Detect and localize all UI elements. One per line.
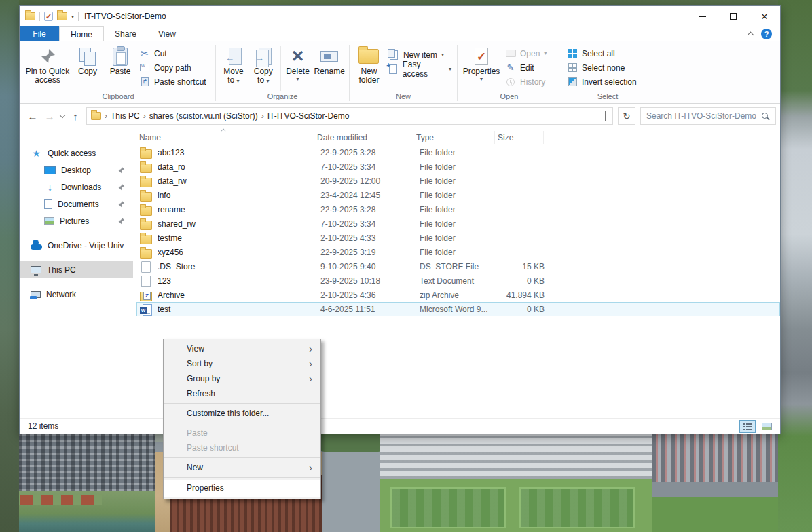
history-button[interactable]: History xyxy=(502,75,549,89)
file-row[interactable]: test 4-6-2025 11:51 Microsoft Word 9... … xyxy=(136,302,780,316)
new-folder-button[interactable]: New folder xyxy=(352,45,386,86)
file-row[interactable]: abc123 22-9-2025 3:28 File folder xyxy=(136,145,780,159)
window-title: IT-ITVO-SciStor-Demo xyxy=(84,12,166,21)
file-row[interactable]: info 23-4-2024 12:45 File folder xyxy=(136,188,780,202)
tab-file[interactable]: File xyxy=(20,26,59,41)
recent-locations-icon[interactable] xyxy=(60,112,65,117)
column-header-type[interactable]: Type xyxy=(413,131,495,144)
context-menu-item[interactable]: View › xyxy=(164,341,320,356)
search-icon[interactable] xyxy=(761,112,770,121)
copy-button[interactable]: Copy xyxy=(71,45,104,76)
invert-selection-button[interactable]: Invert selection xyxy=(564,75,640,89)
sidebar: Quick access Desktop Downloads xyxy=(20,128,133,418)
open-small-buttons: Open ▾ ✎ Edit History xyxy=(502,45,549,89)
pin-icon xyxy=(117,217,125,225)
file-row[interactable]: data_ro 7-10-2025 3:34 File folder xyxy=(136,159,780,174)
context-menu-item[interactable]: › xyxy=(164,457,320,458)
cut-button[interactable]: ✂ Cut xyxy=(136,46,209,60)
breadcrumb-separator-icon: › xyxy=(105,111,107,121)
address-box[interactable]: › This PC › shares (scistor.vu.nl (SciSt… xyxy=(86,107,613,125)
ribbon-tabs: File Home Share View ? xyxy=(20,26,780,41)
collapse-ribbon-icon[interactable] xyxy=(748,32,754,39)
file-icon xyxy=(140,147,152,158)
properties-button[interactable]: Properties ▾ xyxy=(460,45,502,82)
thumbnails-view-button[interactable] xyxy=(758,420,775,433)
forward-button[interactable]: → xyxy=(43,111,56,122)
column-header-name[interactable]: Name xyxy=(136,131,314,144)
file-row[interactable]: data_rw 20-9-2025 12:00 File folder xyxy=(136,174,780,188)
file-row[interactable]: rename 22-9-2025 3:28 File folder xyxy=(136,202,780,216)
column-header-date-modified[interactable]: Date modified xyxy=(314,131,413,144)
file-row[interactable]: Archive 2-10-2025 4:36 zip Archive 41.89… xyxy=(136,288,780,302)
file-row[interactable]: shared_rw 7-10-2025 3:34 File folder xyxy=(136,216,780,231)
separator xyxy=(280,46,281,91)
context-menu-item[interactable]: Paste shortcut › xyxy=(164,440,320,455)
sidebar-item[interactable]: OneDrive - Vrije Univ xyxy=(20,237,133,254)
context-menu-item[interactable]: Sort by › xyxy=(164,356,320,371)
sidebar-item[interactable]: Downloads xyxy=(20,178,133,195)
column-header-size[interactable]: Size xyxy=(495,131,544,144)
context-menu-item[interactable]: Properties › xyxy=(164,480,320,497)
sidebar-item[interactable]: Pictures xyxy=(20,212,133,229)
dropdown-caret-icon: ▾ xyxy=(449,66,451,72)
breadcrumb-segment[interactable]: › This PC xyxy=(105,111,140,121)
rename-button[interactable]: Rename xyxy=(312,45,346,76)
pin-icon xyxy=(39,45,56,67)
dropdown-caret-icon: ▾ xyxy=(266,78,269,84)
context-menu-item[interactable]: Group by › xyxy=(164,371,320,386)
file-row[interactable]: .DS_Store 9-10-2025 9:40 DS_STORE File 1… xyxy=(136,259,780,273)
tab-view[interactable]: View xyxy=(147,26,187,41)
context-menu-item[interactable]: New › xyxy=(164,460,320,475)
address-dropdown-button[interactable] xyxy=(601,111,610,121)
file-row[interactable]: xyz456 22-9-2025 3:19 File folder xyxy=(136,245,780,259)
paste-shortcut-button[interactable]: Paste shortcut xyxy=(136,75,209,89)
easy-access-button[interactable]: Easy access ▾ xyxy=(386,62,454,76)
sidebar-item[interactable]: This PC xyxy=(20,261,133,278)
maximize-button[interactable] xyxy=(718,6,749,26)
up-button[interactable]: ↑ xyxy=(69,111,81,122)
tab-share[interactable]: Share xyxy=(104,26,147,41)
context-menu-item[interactable]: Refresh › xyxy=(164,386,320,401)
context-menu-item[interactable]: Paste › xyxy=(164,425,320,440)
ribbon-group-new: New folder New item ▾ Easy access ▾ New xyxy=(350,43,457,103)
copy-path-button[interactable]: Copy path xyxy=(136,60,209,75)
select-none-button[interactable]: Select none xyxy=(564,60,640,75)
context-menu-item[interactable]: Customize this folder... › xyxy=(164,406,320,421)
customize-toolbar-caret-icon[interactable]: ▾ xyxy=(71,14,74,20)
pin-icon xyxy=(117,200,125,208)
file-row[interactable]: testme 2-10-2025 4:33 File folder xyxy=(136,231,780,245)
delete-button[interactable]: ✕ Delete ▾ xyxy=(283,45,313,82)
open-button[interactable]: Open ▾ xyxy=(502,46,549,60)
refresh-button[interactable]: ↻ xyxy=(618,107,635,125)
sidebar-item[interactable]: Network xyxy=(20,286,133,303)
move-to-icon: ← xyxy=(225,48,242,66)
file-icon xyxy=(140,162,152,172)
context-menu-item[interactable]: › xyxy=(164,477,320,478)
close-button[interactable]: ✕ xyxy=(749,6,780,26)
sidebar-item[interactable]: Quick access xyxy=(20,145,133,162)
dropdown-caret-icon: ▾ xyxy=(441,52,444,58)
minimize-button[interactable] xyxy=(686,6,718,26)
move-to-button[interactable]: ← Move to ▾ xyxy=(219,45,248,86)
breadcrumb-segment[interactable]: › IT-ITVO-SciStor-Demo xyxy=(261,111,350,121)
file-icon xyxy=(140,204,152,215)
paste-button[interactable]: Paste xyxy=(104,45,136,76)
details-view-button[interactable] xyxy=(739,420,756,433)
sidebar-item[interactable]: Documents xyxy=(20,195,133,212)
pin-to-quick-access-button[interactable]: Pin to Quick access xyxy=(24,45,71,86)
select-all-button[interactable]: Select all xyxy=(564,46,640,60)
back-button[interactable]: ← xyxy=(26,111,39,122)
new-folder-quick-icon[interactable] xyxy=(57,12,67,20)
tab-home[interactable]: Home xyxy=(59,26,104,41)
breadcrumb-segment[interactable]: › shares (scistor.vu.nl (SciStor)) xyxy=(143,111,258,121)
sidebar-item[interactable]: Desktop xyxy=(20,162,133,178)
help-icon[interactable]: ? xyxy=(761,28,772,39)
copy-to-button[interactable]: → Copy to ▾ xyxy=(248,45,278,86)
properties-quick-icon[interactable]: ✓ xyxy=(44,12,53,21)
context-menu-item[interactable]: › xyxy=(164,403,320,404)
maximize-icon xyxy=(730,13,737,20)
file-row[interactable]: 123 23-9-2025 10:18 Text Document 0 KB xyxy=(136,273,780,288)
search-input[interactable] xyxy=(646,111,761,121)
context-menu-item[interactable]: › xyxy=(164,423,320,423)
edit-button[interactable]: ✎ Edit xyxy=(502,60,549,75)
